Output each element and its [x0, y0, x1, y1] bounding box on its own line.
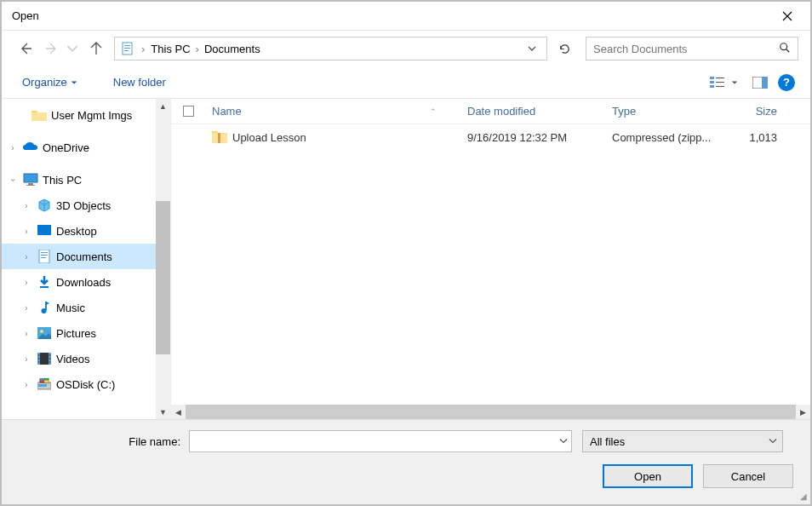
column-date[interactable]: Date modified: [460, 105, 605, 118]
close-button[interactable]: [775, 3, 800, 29]
file-row[interactable]: Upload Lesson 9/16/2019 12:32 PM Compres…: [171, 124, 810, 150]
tree-label: OneDrive: [43, 141, 89, 154]
expander-icon[interactable]: ›: [20, 201, 32, 210]
svg-point-29: [38, 354, 40, 356]
expander-icon[interactable]: ›: [20, 227, 32, 236]
tree-item-music[interactable]: › Music: [2, 295, 170, 320]
column-size[interactable]: Size: [733, 105, 784, 118]
new-folder-button[interactable]: New folder: [108, 72, 171, 92]
column-type[interactable]: Type: [605, 105, 733, 118]
expander-icon[interactable]: ›: [20, 252, 32, 262]
thispc-icon: [22, 171, 39, 188]
expander-icon[interactable]: ›: [20, 354, 32, 364]
search-icon[interactable]: [779, 42, 791, 56]
expander-icon[interactable]: ›: [9, 174, 18, 186]
tree-item-pictures[interactable]: › Pictures: [2, 320, 170, 346]
downloads-icon: [36, 273, 53, 290]
tree-item-downloads[interactable]: › Downloads: [2, 269, 170, 295]
svg-rect-45: [219, 140, 220, 141]
filename-input[interactable]: [189, 430, 572, 452]
forward-button[interactable]: [40, 37, 64, 60]
chevron-down-icon[interactable]: [559, 435, 568, 448]
open-button[interactable]: Open: [603, 464, 693, 488]
refresh-button[interactable]: [552, 37, 576, 60]
desktop-icon: [36, 222, 53, 239]
file-filter-select[interactable]: All files: [582, 430, 783, 452]
recent-dropdown[interactable]: [66, 37, 78, 60]
scroll-thumb[interactable]: [156, 201, 170, 354]
up-button[interactable]: [84, 37, 108, 60]
tree-item-osdisk[interactable]: › OSDisk (C:): [2, 371, 170, 397]
back-button[interactable]: [14, 37, 37, 60]
svg-point-32: [49, 354, 51, 356]
videos-icon: [36, 350, 53, 367]
svg-rect-40: [44, 381, 49, 383]
svg-rect-9: [710, 85, 714, 88]
tree-label: Desktop: [56, 225, 97, 238]
arrow-right-icon: [45, 42, 59, 55]
breadcrumb-documents[interactable]: Documents: [201, 43, 264, 55]
expander-icon[interactable]: ›: [20, 380, 32, 389]
document-location-icon: [120, 41, 135, 56]
tree-item-onedrive[interactable]: › OneDrive: [2, 135, 170, 160]
svg-rect-17: [37, 225, 51, 235]
help-button[interactable]: ?: [778, 74, 795, 91]
folder-tree[interactable]: User Mgmt Imgs › OneDrive › This PC › 3D…: [2, 99, 170, 419]
filter-value: All files: [590, 435, 625, 448]
svg-rect-16: [26, 185, 35, 186]
documents-icon: [36, 248, 53, 265]
cancel-button[interactable]: Cancel: [703, 464, 793, 488]
svg-rect-10: [716, 86, 724, 87]
svg-rect-12: [762, 77, 768, 89]
column-headers: Name⌃ Date modified Type Size: [171, 99, 810, 124]
select-all-checkbox[interactable]: [183, 106, 194, 117]
tree-scrollbar[interactable]: ▲ ▼: [156, 99, 170, 419]
expander-icon[interactable]: ›: [20, 303, 32, 313]
view-dropdown[interactable]: [729, 72, 741, 94]
sort-asc-icon: ⌃: [430, 107, 437, 116]
tree-label: This PC: [43, 174, 82, 187]
chevron-right-icon[interactable]: ›: [194, 43, 201, 55]
expander-icon[interactable]: ›: [20, 278, 32, 287]
tree-item-3dobjects[interactable]: › 3D Objects: [2, 193, 170, 218]
search-input[interactable]: [593, 43, 779, 55]
resize-grip-icon[interactable]: ◢: [800, 492, 807, 501]
chevron-down-icon[interactable]: [769, 435, 777, 448]
view-options[interactable]: [706, 72, 729, 94]
breadcrumb[interactable]: › This PC › Documents: [114, 37, 547, 60]
help-icon: ?: [783, 76, 790, 89]
breadcrumb-thispc[interactable]: This PC: [147, 43, 193, 55]
svg-rect-5: [710, 77, 714, 79]
scroll-up-icon[interactable]: ▲: [156, 99, 170, 113]
close-icon: [782, 11, 792, 21]
scroll-right-icon[interactable]: ▶: [796, 408, 810, 417]
column-name[interactable]: Name⌃: [205, 105, 460, 118]
expander-icon[interactable]: ›: [7, 143, 19, 152]
tree-item-desktop[interactable]: › Desktop: [2, 218, 170, 244]
file-date: 9/16/2019 12:32 PM: [460, 131, 605, 144]
svg-rect-36: [38, 384, 47, 387]
svg-point-33: [49, 358, 51, 359]
file-list[interactable]: Name⌃ Date modified Type Size Upload Les…: [170, 99, 810, 419]
svg-rect-2: [124, 48, 130, 49]
expander-icon[interactable]: ›: [20, 329, 32, 338]
search-box[interactable]: [586, 37, 798, 60]
svg-rect-1: [124, 45, 130, 46]
preview-pane-button[interactable]: [749, 72, 771, 94]
tree-item-usermgmt[interactable]: User Mgmt Imgs: [2, 102, 170, 128]
chevron-down-icon: [71, 79, 77, 86]
music-icon: [36, 299, 53, 316]
drive-icon: [36, 376, 53, 393]
scroll-down-icon[interactable]: ▼: [156, 405, 170, 419]
svg-rect-21: [41, 257, 46, 258]
hscroll-thumb[interactable]: [186, 405, 796, 419]
horizontal-scrollbar[interactable]: ◀ ▶: [171, 405, 810, 419]
tree-item-videos[interactable]: › Videos: [2, 346, 170, 371]
organize-menu[interactable]: Organize: [17, 72, 83, 92]
pictures-icon: [36, 325, 53, 342]
breadcrumb-root-dropdown[interactable]: ›: [139, 43, 147, 55]
breadcrumb-dropdown[interactable]: [528, 43, 536, 55]
tree-item-documents[interactable]: › Documents: [2, 244, 170, 269]
scroll-left-icon[interactable]: ◀: [171, 408, 186, 417]
tree-item-thispc[interactable]: › This PC: [2, 167, 170, 193]
